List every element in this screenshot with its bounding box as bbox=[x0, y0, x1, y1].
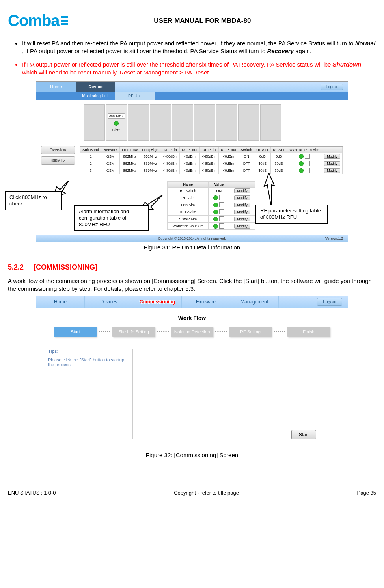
figure-31-screenshot: Home Device Logout Monitoring Unit RF Un… bbox=[36, 81, 348, 242]
slot-800mhz[interactable]: 800 MHz Slot2 bbox=[106, 104, 127, 141]
alarm-checkbox[interactable] bbox=[219, 209, 224, 214]
overview-button[interactable]: Overview bbox=[41, 146, 75, 154]
slot-empty-1[interactable] bbox=[84, 104, 105, 141]
status-led-icon bbox=[114, 121, 119, 126]
table-row: Protection Shut AlmModify bbox=[168, 223, 255, 230]
status-led-icon bbox=[213, 203, 218, 207]
modify-button[interactable]: Modify bbox=[324, 154, 340, 159]
em-shutdown: Shutdown bbox=[333, 61, 361, 68]
modify-button[interactable]: Modify bbox=[324, 168, 340, 173]
modify-button[interactable]: Modify bbox=[234, 195, 250, 200]
svg-marker-2 bbox=[264, 173, 274, 207]
section-paragraph: A work flow of the commissioning process… bbox=[8, 277, 376, 293]
alarm-checkbox[interactable] bbox=[305, 161, 310, 166]
wf-separator-icon bbox=[213, 331, 229, 332]
wf-separator-icon bbox=[272, 331, 287, 332]
subnav-monitoring[interactable]: Monitoring Unit bbox=[76, 92, 115, 100]
slot-empty-6[interactable] bbox=[216, 104, 237, 141]
rf-parameter-table: Sub Band Network Freq Low Freq High DL P… bbox=[80, 147, 343, 174]
commissioning-body: Work Flow Start Site Info Setting Isolat… bbox=[36, 308, 348, 450]
table-row: VSWR AlmModify bbox=[168, 216, 255, 223]
commissioning-lower: Tips: Please click the "Start" button to… bbox=[36, 344, 348, 444]
workflow-row: Start Site Info Setting Isolation Detect… bbox=[36, 327, 348, 337]
callout-click-800mhz: Click 800MHz to check bbox=[5, 191, 62, 210]
wf-separator-icon bbox=[155, 331, 171, 332]
slot-empty-3[interactable] bbox=[150, 104, 171, 141]
alarm-checkbox[interactable] bbox=[305, 154, 310, 159]
table-row: 3GSM862MHz869MHz<-80dBm<0dBm<-80dBm<0dBm… bbox=[80, 167, 343, 174]
wf-step-siteinfo[interactable]: Site Info Setting bbox=[112, 327, 155, 337]
slot-empty-5[interactable] bbox=[194, 104, 215, 141]
alarm-checkbox[interactable] bbox=[219, 216, 224, 221]
alarm-checkbox[interactable] bbox=[219, 195, 224, 200]
nav-devices[interactable]: Devices bbox=[85, 296, 133, 308]
figure-32-screenshot: Home Devices Commissioning Firmware Mana… bbox=[36, 296, 348, 450]
wf-separator-icon bbox=[97, 331, 112, 332]
subnav-rf-unit[interactable]: RF Unit bbox=[115, 92, 155, 100]
modify-button[interactable]: Modify bbox=[234, 210, 250, 214]
slot-empty-2[interactable] bbox=[128, 104, 149, 141]
nav-device[interactable]: Device bbox=[76, 82, 115, 92]
table-row: DL PA AlmModify bbox=[168, 208, 255, 216]
status-led-icon bbox=[213, 195, 218, 200]
tips-heading: Tips: bbox=[48, 349, 127, 354]
slot-empty-8[interactable] bbox=[260, 104, 281, 141]
band-800mhz-button[interactable]: 800MHz bbox=[41, 156, 75, 165]
page-header: Comba USER MANUAL FOR MBDA-80 bbox=[8, 12, 376, 30]
callout-alarm-info: Alarm information and configuration tabl… bbox=[74, 205, 149, 231]
alarm-checkbox[interactable] bbox=[219, 202, 224, 207]
page-footer: ENU STATUS : 1-0-0 Copyright - refer to … bbox=[8, 490, 376, 496]
logout-button[interactable]: Logout bbox=[317, 298, 342, 306]
table-row: 2GSM862MHz869MHz<-80dBm<0dBm<-80dBm<0dBm… bbox=[80, 160, 343, 167]
top-nav: Home Device Logout bbox=[36, 82, 348, 92]
workflow-title: Work Flow bbox=[36, 315, 348, 321]
footer-right: Page 35 bbox=[357, 490, 376, 496]
wf-step-start[interactable]: Start bbox=[54, 327, 97, 337]
tips-panel: Tips: Please click the "Start" button to… bbox=[48, 349, 133, 439]
table-row: LNA AlmModify bbox=[168, 201, 255, 208]
wf-step-finish[interactable]: Finish bbox=[287, 327, 330, 337]
modify-button[interactable]: Modify bbox=[234, 188, 250, 193]
nav-commissioning[interactable]: Commissioning bbox=[133, 296, 182, 308]
section-heading: 5.2.2 [COMMISSIONING] bbox=[8, 263, 376, 272]
status-led-icon bbox=[213, 210, 218, 214]
status-led-icon bbox=[213, 224, 218, 229]
modify-button[interactable]: Modify bbox=[234, 203, 250, 207]
status-led-icon bbox=[299, 168, 304, 173]
sub-nav: Monitoring Unit RF Unit bbox=[36, 92, 348, 100]
wf-step-isolation[interactable]: Isolation Detection bbox=[171, 327, 213, 337]
slot-empty-7[interactable] bbox=[238, 104, 259, 141]
document-title: USER MANUAL FOR MBDA-80 bbox=[29, 17, 376, 25]
tips-right-area: Start bbox=[133, 349, 336, 439]
bullet-item-1: It will reset PA and then re-detect the … bbox=[22, 38, 376, 56]
bullet-list: It will reset PA and then re-detect the … bbox=[8, 38, 376, 76]
callout-arrow-icon bbox=[259, 173, 279, 207]
table-row: RF SwitchONModify bbox=[168, 188, 255, 194]
version-text: Version:1.2 bbox=[325, 236, 343, 240]
status-led-icon bbox=[213, 217, 218, 221]
footer-center: Copyright - refer to title page bbox=[174, 490, 239, 496]
em-recovery: Recovery bbox=[267, 48, 294, 54]
nav-firmware[interactable]: Firmware bbox=[182, 296, 230, 308]
slot-freq-label: 800 MHz bbox=[108, 113, 125, 119]
status-led-icon bbox=[299, 154, 304, 159]
modify-button[interactable]: Modify bbox=[234, 217, 250, 221]
logout-button[interactable]: Logout bbox=[321, 84, 343, 90]
nav-home[interactable]: Home bbox=[36, 296, 85, 308]
table-row: 1GSM862MHz851MHz<-80dBm<0dBm<-80dBm<0dBm… bbox=[80, 153, 343, 160]
status-led-icon bbox=[299, 161, 304, 166]
figure-32-caption: Figure 32: [Commissioning] Screen bbox=[8, 452, 376, 458]
callout-rf-parameter: RF parameter setting table of 800MHz RFU bbox=[255, 205, 328, 224]
rf-table-header-row: Sub Band Network Freq Low Freq High DL P… bbox=[80, 147, 343, 153]
modify-button[interactable]: Modify bbox=[324, 161, 340, 166]
alarm-checkbox[interactable] bbox=[305, 168, 310, 173]
alarm-table: Name Value RF SwitchONModifyPLL AlmModif… bbox=[167, 181, 255, 230]
alarm-checkbox[interactable] bbox=[219, 223, 224, 229]
nav-home[interactable]: Home bbox=[36, 82, 76, 92]
start-button[interactable]: Start bbox=[291, 430, 316, 439]
slot-empty-4[interactable] bbox=[172, 104, 193, 141]
modify-button[interactable]: Modify bbox=[234, 224, 250, 229]
wf-step-rfsetting[interactable]: RF Setting bbox=[229, 327, 272, 337]
nav-management[interactable]: Management bbox=[230, 296, 279, 308]
slot-name: Slot2 bbox=[112, 128, 121, 132]
